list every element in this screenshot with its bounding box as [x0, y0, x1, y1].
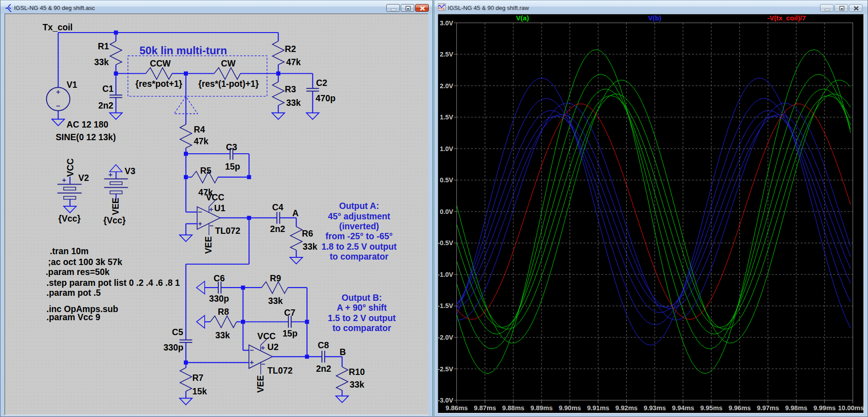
svg-text:33k: 33k — [94, 57, 109, 67]
svg-text:330p: 330p — [209, 294, 229, 303]
svg-text:VEE: VEE — [256, 375, 266, 393]
svg-text:SINE(0 12 13k): SINE(0 12 13k) — [56, 133, 116, 142]
svg-text:1.5V: 1.5V — [440, 114, 453, 121]
svg-text:0.0V: 0.0V — [440, 208, 453, 215]
svg-text:2n2: 2n2 — [270, 224, 285, 234]
svg-text:CCW: CCW — [150, 59, 171, 68]
svg-text:A + 90° shift: A + 90° shift — [337, 303, 387, 313]
svg-text:47k: 47k — [194, 137, 208, 146]
svg-text:C8: C8 — [318, 341, 329, 350]
svg-text:9.87ms: 9.87ms — [474, 404, 496, 412]
svg-text:470p: 470p — [316, 94, 336, 103]
svg-text:330p: 330p — [163, 343, 183, 352]
svg-text:R7: R7 — [192, 373, 204, 383]
svg-text:9.98ms: 9.98ms — [785, 404, 807, 412]
svg-text:C4: C4 — [272, 203, 283, 212]
svg-text:TL072: TL072 — [215, 226, 240, 236]
svg-text:R9: R9 — [270, 274, 281, 283]
svg-text:9.92ms: 9.92ms — [615, 404, 638, 412]
svg-text:{Vcc}: {Vcc} — [58, 214, 81, 223]
svg-text:(inverted): (inverted) — [339, 222, 379, 231]
svg-text:2.5V: 2.5V — [440, 51, 453, 58]
svg-text:C7: C7 — [284, 308, 296, 317]
svg-text:2.0V: 2.0V — [440, 82, 453, 90]
svg-text:C1: C1 — [102, 84, 114, 94]
svg-text:R1: R1 — [98, 42, 109, 51]
svg-text:-V(tx_coil)/7: -V(tx_coil)/7 — [767, 14, 806, 22]
svg-text:-1.0V: -1.0V — [438, 271, 453, 278]
svg-text:A: A — [293, 208, 299, 218]
svg-text:AC 12 180: AC 12 180 — [67, 120, 108, 129]
svg-text:{res*(1-pot)+1}: {res*(1-pot)+1} — [198, 79, 259, 89]
svg-text:15p: 15p — [225, 162, 240, 171]
svg-text:B: B — [340, 347, 346, 357]
svg-text:U2: U2 — [268, 342, 279, 352]
svg-text:2n2: 2n2 — [98, 101, 113, 110]
svg-text:R3: R3 — [285, 85, 296, 94]
svg-text:.param Vcc 9: .param Vcc 9 — [47, 313, 101, 322]
svg-text:45° adjustment: 45° adjustment — [328, 212, 390, 221]
svg-text:V2: V2 — [78, 173, 89, 183]
svg-text:9.93ms: 9.93ms — [643, 404, 666, 412]
svg-text:9.91ms: 9.91ms — [587, 404, 609, 412]
svg-text:R2: R2 — [285, 44, 296, 54]
svg-text:1.5 to 2 V output: 1.5 to 2 V output — [328, 313, 396, 323]
svg-text:1.0V: 1.0V — [440, 145, 453, 152]
svg-text:-2.0V: -2.0V — [438, 334, 453, 341]
svg-text:C3: C3 — [226, 142, 237, 152]
svg-text:9.94ms: 9.94ms — [672, 404, 694, 412]
svg-text:9.99ms: 9.99ms — [813, 404, 835, 412]
svg-text:R10: R10 — [349, 367, 364, 377]
svg-text:C2: C2 — [316, 78, 327, 88]
svg-text:C6: C6 — [214, 274, 225, 283]
svg-text:.tran 10m: .tran 10m — [50, 246, 89, 256]
svg-text:33k: 33k — [268, 296, 283, 306]
svg-text:9.90ms: 9.90ms — [559, 404, 581, 412]
svg-text:VCC: VCC — [66, 158, 75, 177]
svg-text:Output A:: Output A: — [339, 201, 379, 211]
svg-text:33k: 33k — [303, 242, 317, 251]
svg-text:VCC: VCC — [206, 193, 225, 202]
svg-text:from -25° to -65°: from -25° to -65° — [326, 232, 393, 241]
svg-text:R4: R4 — [194, 125, 205, 134]
svg-text:VCC: VCC — [257, 332, 276, 341]
svg-text:V3: V3 — [125, 166, 135, 176]
svg-text:10.00ms: 10.00ms — [838, 404, 863, 412]
svg-text:R5: R5 — [200, 166, 211, 175]
svg-text:VEE: VEE — [204, 236, 213, 254]
svg-text:47k: 47k — [286, 57, 301, 67]
svg-text:9.95ms: 9.95ms — [700, 404, 722, 412]
svg-text:{res*pot+1}: {res*pot+1} — [135, 79, 182, 89]
svg-text:0.5V: 0.5V — [440, 176, 453, 184]
svg-text:33k: 33k — [286, 98, 301, 108]
svg-text:.param res=50k: .param res=50k — [46, 267, 110, 277]
svg-text:33k: 33k — [350, 380, 364, 389]
svg-text:Output B:: Output B: — [342, 293, 382, 303]
svg-text:{Vcc}: {Vcc} — [103, 216, 126, 225]
svg-text:9.88ms: 9.88ms — [502, 404, 524, 412]
svg-text:;ac oct 100 3k 57k: ;ac oct 100 3k 57k — [48, 257, 122, 267]
svg-text:15k: 15k — [192, 387, 207, 396]
svg-text:9.96ms: 9.96ms — [729, 404, 751, 412]
svg-text:3.0V: 3.0V — [440, 19, 453, 27]
svg-text:V(a): V(a) — [516, 14, 529, 22]
svg-text:-0.5V: -0.5V — [438, 239, 453, 246]
svg-text:50k lin multi-turn: 50k lin multi-turn — [139, 44, 227, 57]
svg-text:1.8 to 2.5 V output: 1.8 to 2.5 V output — [321, 242, 397, 251]
svg-text:-3.0V: -3.0V — [438, 397, 453, 404]
svg-text:.step param pot list 0 .2 .4 .: .step param pot list 0 .2 .4 .6 .8 1 — [47, 278, 180, 288]
svg-text:CW: CW — [221, 59, 236, 68]
svg-text:Tx_coil: Tx_coil — [43, 23, 72, 32]
svg-text:2n2: 2n2 — [316, 364, 331, 374]
svg-text:9.86ms: 9.86ms — [446, 404, 468, 412]
svg-text:15p: 15p — [283, 329, 297, 338]
svg-text:V(b): V(b) — [648, 14, 661, 22]
svg-text:9.89ms: 9.89ms — [530, 404, 552, 412]
svg-text:33k: 33k — [216, 331, 230, 340]
svg-text:9.97ms: 9.97ms — [757, 404, 779, 412]
svg-text:C5: C5 — [172, 327, 183, 337]
svg-text:V1: V1 — [67, 80, 77, 90]
svg-text:R8: R8 — [218, 307, 229, 317]
svg-text:U1: U1 — [214, 204, 225, 213]
svg-text:VEE: VEE — [111, 198, 120, 215]
